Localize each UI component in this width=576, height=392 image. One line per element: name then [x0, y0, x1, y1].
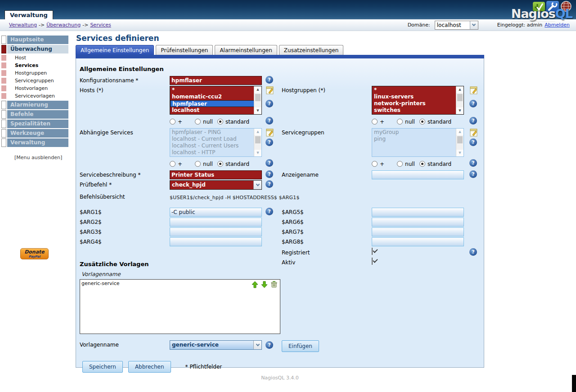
sidebar-item-verwaltung[interactable]: Verwaltung [1, 138, 76, 147]
abbrechen-button[interactable]: Abbrechen [128, 361, 171, 373]
move-up-icon[interactable] [252, 281, 258, 288]
hostgruppen-option[interactable]: linux-servers [372, 94, 456, 100]
edit-icon[interactable] [266, 128, 274, 137]
hide-menu-link[interactable]: [Menu ausblenden] [14, 155, 76, 160]
hostgruppen-option[interactable]: * [372, 87, 456, 94]
scroll-up-icon[interactable] [254, 86, 261, 93]
tab-zusatzeinstellungen[interactable]: Zusatzeinstellungen [279, 45, 344, 55]
radio-plus[interactable] [170, 161, 176, 167]
help-icon[interactable] [266, 341, 273, 349]
help-icon[interactable] [266, 76, 273, 84]
sidebar-item-servicegruppen[interactable]: Servicegruppen [1, 77, 76, 85]
scroll-down-icon[interactable] [254, 107, 261, 114]
arg6-input[interactable] [372, 218, 464, 227]
help-icon[interactable] [469, 170, 477, 178]
vorlagenname-select[interactable]: generic-service [170, 340, 262, 350]
konfigurationsname-input[interactable] [170, 76, 262, 85]
arg1-input[interactable] [170, 208, 262, 217]
domain-select[interactable]: localhost [435, 21, 478, 30]
help-icon[interactable] [266, 180, 273, 188]
servicegruppen-option[interactable]: ping [372, 136, 456, 143]
tab-alarmeinstellungen[interactable]: Alarmeinstellungen [215, 45, 277, 55]
delete-icon[interactable] [270, 281, 278, 288]
radio-standard[interactable] [217, 119, 223, 125]
scroll-down-icon[interactable] [254, 150, 261, 156]
pruefbefehl-select[interactable]: check_hpjd [170, 180, 262, 190]
servicebeschreibung-input[interactable] [170, 170, 262, 179]
breadcrumb-verwaltung[interactable]: Verwaltung [9, 22, 37, 28]
dependent-option[interactable]: localhost - HTTP [170, 149, 254, 156]
scroll-thumb[interactable] [457, 94, 463, 101]
help-icon[interactable] [266, 117, 273, 125]
sidebar-item-services[interactable]: Services [1, 62, 76, 69]
hosts-option-selected[interactable]: hpmfplaser [170, 100, 254, 107]
arg7-input[interactable] [372, 227, 464, 236]
radio-null[interactable] [397, 161, 403, 167]
edit-icon[interactable] [469, 86, 478, 95]
help-icon[interactable] [469, 100, 477, 107]
arg8-input[interactable] [372, 237, 464, 246]
sidebar-item-spezialitaeten[interactable]: Spezialitäten [1, 120, 76, 128]
dependent-option[interactable]: hpmfplaser - PING [170, 129, 254, 136]
radio-plus[interactable] [170, 119, 176, 125]
scroll-thumb[interactable] [255, 94, 261, 101]
sidebar-item-alarmierung[interactable]: Alarmierung [1, 101, 76, 109]
help-icon[interactable] [469, 159, 477, 167]
hosts-option[interactable]: localhost [170, 107, 254, 114]
template-listbox[interactable]: generic-service [80, 279, 280, 334]
anzeigename-input[interactable] [372, 170, 464, 179]
help-icon[interactable] [469, 117, 477, 125]
breadcrumb-services[interactable]: Services [90, 22, 111, 28]
move-down-icon[interactable] [261, 281, 268, 288]
sidebar-item-ueberwachung[interactable]: Überwachung [1, 45, 76, 53]
hostgruppen-listbox[interactable]: * linux-servers network-printers switche… [372, 86, 464, 115]
sidebar-item-hauptseite[interactable]: Hauptseite [1, 36, 76, 44]
sidebar-item-servicevorlagen[interactable]: Servicevorlagen [1, 93, 76, 100]
sidebar-item-host[interactable]: Host [1, 54, 76, 62]
scroll-down-icon[interactable] [456, 107, 464, 114]
scroll-down-icon[interactable] [456, 150, 464, 156]
sidebar-item-hostvorlagen[interactable]: Hostvorlagen [1, 85, 76, 92]
servicegruppen-listbox[interactable]: myGroup ping [372, 128, 464, 157]
scrollbar[interactable] [254, 129, 261, 156]
radio-null[interactable] [397, 119, 403, 125]
hostgruppen-option[interactable]: switches [372, 107, 456, 114]
header-tab-verwaltung[interactable]: Verwaltung [4, 10, 53, 19]
scrollbar[interactable] [254, 86, 261, 114]
hosts-listbox[interactable]: * homematic-ccu2 hpmfplaser localhost [170, 86, 262, 115]
sidebar-item-werkzeuge[interactable]: Werkzeuge [1, 129, 76, 138]
scroll-up-icon[interactable] [456, 129, 464, 135]
edit-icon[interactable] [469, 128, 478, 137]
aktiv-checkbox[interactable] [372, 258, 373, 265]
dependent-option[interactable]: localhost - Current Load [170, 136, 254, 143]
hostgruppen-option[interactable]: network-printers [372, 100, 456, 107]
paypal-donate-button[interactable]: Donate PayPal [20, 248, 49, 259]
help-icon[interactable] [266, 208, 273, 215]
radio-plus[interactable] [372, 161, 378, 167]
abhaengige-services-listbox[interactable]: hpmfplaser - PING localhost - Current Lo… [170, 128, 262, 157]
edit-icon[interactable] [266, 86, 274, 95]
scroll-thumb[interactable] [255, 136, 261, 143]
scroll-up-icon[interactable] [254, 129, 261, 135]
logout-link[interactable]: Abmelden [544, 22, 570, 28]
help-icon[interactable] [266, 100, 273, 107]
radio-standard[interactable] [217, 161, 223, 167]
arg2-input[interactable] [170, 218, 262, 227]
scroll-thumb[interactable] [457, 136, 463, 143]
help-icon[interactable] [469, 138, 477, 146]
scroll-up-icon[interactable] [456, 86, 464, 93]
radio-null[interactable] [195, 161, 201, 167]
help-icon[interactable] [266, 159, 273, 167]
hosts-option[interactable]: homematic-ccu2 [170, 94, 254, 100]
help-icon[interactable] [266, 138, 273, 146]
scrollbar[interactable] [456, 129, 464, 156]
radio-null[interactable] [195, 119, 201, 125]
scrollbar[interactable] [456, 86, 464, 114]
radio-plus[interactable] [372, 119, 378, 125]
speichern-button[interactable]: Speichern [82, 361, 123, 373]
arg4-input[interactable] [170, 237, 262, 246]
einfuegen-button[interactable]: Einfügen [282, 340, 319, 352]
dependent-option[interactable]: localhost - Current Users [170, 143, 254, 149]
tab-pruefeinstellungen[interactable]: Prüfeinstellungen [156, 45, 213, 55]
help-icon[interactable] [469, 248, 477, 256]
